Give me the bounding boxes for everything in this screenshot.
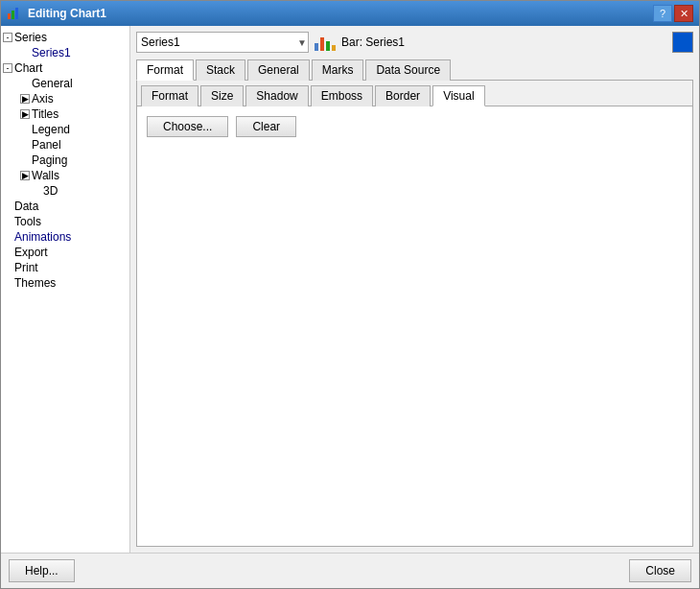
window-close-button[interactable]: ✕ [674, 5, 693, 22]
clear-button[interactable]: Clear [236, 116, 296, 137]
tree-node-legend[interactable]: Legend [1, 122, 129, 137]
tree-node-themes[interactable]: Themes [1, 275, 129, 291]
tree-node-paging[interactable]: Paging [1, 153, 129, 168]
tree-label-series: Series [14, 31, 47, 44]
series-dropdown[interactable]: Series1 [136, 32, 309, 53]
series-type-label: Bar: Series1 [341, 35, 405, 49]
tree-label-tools: Tools [14, 215, 41, 228]
tree-node-animations[interactable]: Animations [1, 229, 129, 245]
expand-axis[interactable]: ▶ [20, 94, 30, 104]
tab-shadow[interactable]: Shadow [245, 85, 308, 106]
tree-label-titles: Titles [32, 107, 58, 121]
inner-tabs: Format Size Shadow Emboss Border Visual [137, 81, 692, 106]
visual-buttons: Choose... Clear [147, 116, 683, 137]
tree-node-series1[interactable]: Series1 [1, 45, 129, 60]
tree-node-chart[interactable]: - Chart [1, 60, 129, 76]
tab-datasource[interactable]: Data Source [365, 59, 451, 81]
tree-node-3d[interactable]: 3D [1, 183, 129, 199]
tree-label-data: Data [14, 200, 38, 213]
tree-label-themes: Themes [14, 276, 56, 290]
expand-chart[interactable]: - [3, 63, 12, 73]
visual-content: Choose... Clear [137, 106, 692, 546]
expand-walls[interactable]: ▶ [20, 171, 30, 180]
tree-label-chart: Chart [14, 61, 42, 75]
titlebar: Editing Chart1 ? ✕ [1, 1, 699, 26]
tree-label-3d: 3D [43, 184, 58, 198]
tree-label-legend: Legend [32, 123, 70, 136]
window-icon [7, 6, 22, 21]
tree-label-general: General [32, 77, 73, 90]
tab-stack[interactable]: Stack [196, 59, 245, 81]
svg-rect-0 [8, 13, 11, 19]
tree-node-axis[interactable]: ▶ Axis [1, 91, 129, 106]
right-panel: Series1 ▼ Bar: Series1 Format Stack [130, 26, 699, 553]
tree-node-walls[interactable]: ▶ Walls [1, 168, 129, 183]
main-window: Editing Chart1 ? ✕ - Series Series1 - Ch… [0, 0, 700, 589]
window-title: Editing Chart1 [28, 7, 106, 20]
tree-label-panel: Panel [32, 138, 61, 152]
choose-button[interactable]: Choose... [147, 116, 228, 137]
help-button[interactable]: ? [653, 5, 672, 22]
svg-rect-1 [12, 11, 14, 19]
expand-titles[interactable]: ▶ [20, 109, 30, 119]
tab-visual[interactable]: Visual [432, 85, 484, 106]
series-dropdown-wrapper: Series1 ▼ [136, 32, 309, 53]
tree-label-walls: Walls [32, 169, 59, 182]
tree-node-print[interactable]: Print [1, 260, 129, 275]
tree-node-titles[interactable]: ▶ Titles [1, 106, 129, 122]
tree-label-print: Print [14, 261, 38, 274]
tree-node-data[interactable]: Data [1, 199, 129, 214]
tab-size[interactable]: Size [200, 85, 244, 106]
titlebar-left: Editing Chart1 [7, 6, 106, 21]
series-color-swatch[interactable] [672, 32, 693, 53]
tab-marks[interactable]: Marks [312, 59, 364, 81]
tab-border[interactable]: Border [375, 85, 431, 106]
tree-node-export[interactable]: Export [1, 245, 129, 260]
tree-node-tools[interactable]: Tools [1, 214, 129, 229]
tab-format-inner[interactable]: Format [141, 85, 198, 106]
outer-tabs: Format Stack General Marks Data Source [136, 59, 693, 81]
tree-node-series[interactable]: - Series [1, 30, 129, 45]
chart-type-icon [315, 34, 336, 51]
tree-node-general[interactable]: General [1, 76, 129, 91]
content-area: - Series Series1 - Chart General ▶ Axis … [1, 26, 699, 553]
inner-area: Format Size Shadow Emboss Border Visual … [136, 81, 693, 547]
series-bar: Series1 ▼ Bar: Series1 [136, 32, 693, 53]
tree-label-axis: Axis [32, 92, 54, 106]
tree-label-series1: Series1 [32, 46, 71, 59]
tab-emboss[interactable]: Emboss [311, 85, 373, 106]
tree-label-paging: Paging [32, 153, 67, 167]
tree-label-animations: Animations [14, 230, 71, 244]
tree-node-panel[interactable]: Panel [1, 137, 129, 153]
bottom-bar: Help... Close [1, 553, 699, 588]
tab-format-outer[interactable]: Format [136, 59, 194, 81]
tree-panel: - Series Series1 - Chart General ▶ Axis … [1, 26, 130, 553]
tree-label-export: Export [14, 246, 48, 259]
help-bottom-button[interactable]: Help... [9, 559, 75, 582]
expand-series[interactable]: - [3, 33, 12, 42]
tab-general[interactable]: General [247, 59, 310, 81]
titlebar-controls: ? ✕ [653, 5, 693, 22]
svg-rect-2 [15, 8, 18, 19]
close-bottom-button[interactable]: Close [629, 559, 691, 582]
